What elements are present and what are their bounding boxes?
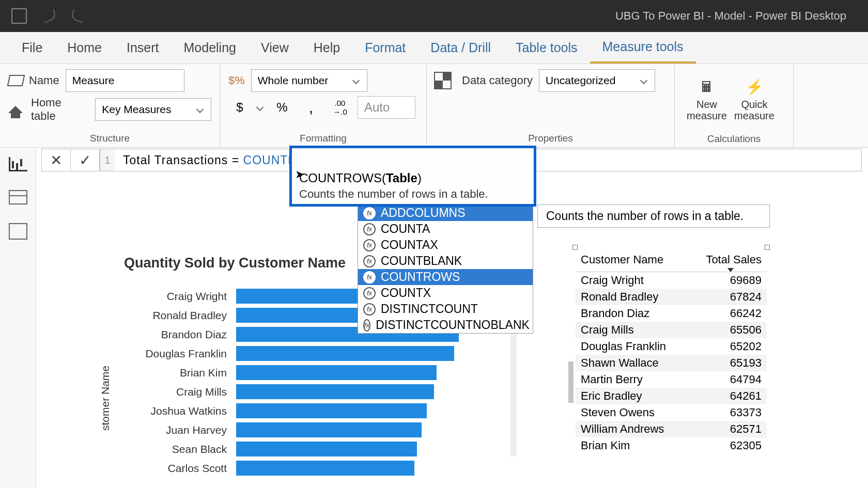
sort-descending-icon bbox=[727, 268, 734, 272]
save-icon[interactable] bbox=[11, 8, 27, 24]
format-icon: $% bbox=[228, 74, 245, 87]
group-label-structure: Structure bbox=[8, 130, 211, 144]
cell-sales: 62571 bbox=[694, 421, 767, 437]
tab-measure-tools[interactable]: Measure tools bbox=[590, 32, 696, 64]
home-table-label: Home table bbox=[8, 96, 89, 123]
data-category-select[interactable]: Uncategorized bbox=[539, 69, 655, 92]
column-customer-name[interactable]: Customer Name bbox=[576, 248, 694, 272]
tab-insert[interactable]: Insert bbox=[114, 32, 172, 64]
bar-row[interactable]: Craig Mills bbox=[110, 382, 513, 401]
cell-sales: 63373 bbox=[694, 404, 767, 421]
bar-row[interactable]: Juan Harvey bbox=[110, 420, 513, 439]
tab-modeling[interactable]: Modeling bbox=[172, 32, 249, 64]
bar-row[interactable]: Carlos Scott bbox=[110, 459, 513, 478]
function-icon: fx bbox=[363, 207, 376, 219]
new-measure-button[interactable]: 🖩 New measure bbox=[683, 69, 731, 130]
table-row[interactable]: Ronald Bradley67824 bbox=[576, 289, 767, 305]
comma-button[interactable]: , bbox=[300, 96, 322, 119]
intellisense-item[interactable]: fxCOUNTAX bbox=[358, 237, 533, 253]
redo-icon[interactable] bbox=[70, 9, 86, 23]
table-row[interactable]: Eric Bradley64261 bbox=[576, 388, 767, 404]
chevron-down-icon bbox=[196, 106, 204, 113]
tab-view[interactable]: View bbox=[249, 32, 301, 64]
tab-format[interactable]: Format bbox=[352, 32, 418, 64]
content-area: ✕ ✓ 1 Total Transactions = COUNTROWS( ➤ … bbox=[0, 149, 868, 488]
measure-name-input[interactable] bbox=[66, 69, 184, 92]
cell-sales: 62305 bbox=[694, 437, 767, 454]
commit-formula-button[interactable]: ✓ bbox=[71, 149, 100, 171]
table-row[interactable]: William Andrews62571 bbox=[576, 421, 767, 437]
bar-row[interactable]: Sean Black bbox=[110, 439, 513, 459]
percent-button[interactable]: % bbox=[271, 96, 293, 119]
cell-sales: 65506 bbox=[694, 322, 767, 338]
bar-row[interactable]: Joshua Watkins bbox=[110, 401, 513, 420]
report-view-icon[interactable] bbox=[9, 157, 27, 171]
format-type-select[interactable]: Whole number bbox=[251, 69, 367, 92]
cell-name: Craig Mills bbox=[576, 322, 694, 338]
group-label-calculations: Calculations bbox=[683, 130, 785, 145]
tag-icon bbox=[7, 75, 25, 86]
cancel-formula-button[interactable]: ✕ bbox=[42, 149, 71, 171]
model-view-icon[interactable] bbox=[9, 223, 27, 240]
tab-data-drill[interactable]: Data / Drill bbox=[418, 32, 503, 64]
bar-fill bbox=[236, 442, 417, 456]
table-row[interactable]: Craig Mills65506 bbox=[576, 322, 767, 338]
bar-label: Brandon Diaz bbox=[110, 328, 236, 341]
table-row[interactable]: Brian Kim62305 bbox=[576, 437, 767, 454]
table-visual[interactable]: Customer Name Total Sales Craig Wright69… bbox=[576, 248, 767, 454]
cell-name: Ronald Bradley bbox=[576, 289, 694, 305]
intellisense-dropdown[interactable]: fxADDCOLUMNSfxCOUNTAfxCOUNTAXfxCOUNTBLAN… bbox=[358, 204, 533, 334]
table-row[interactable]: Shawn Wallace65193 bbox=[576, 355, 767, 371]
bar-row[interactable]: Douglas Franklin bbox=[110, 344, 513, 363]
intellisense-item[interactable]: fxADDCOLUMNS bbox=[358, 205, 533, 221]
table-row[interactable]: Steven Owens63373 bbox=[576, 404, 767, 421]
bar-label: Sean Black bbox=[110, 443, 236, 455]
decimals-button[interactable]: .00→.0 bbox=[329, 96, 351, 119]
bar-label: Ronald Bradley bbox=[110, 309, 236, 322]
table-row[interactable]: Martin Berry64794 bbox=[576, 371, 767, 388]
chevron-down-icon[interactable] bbox=[256, 104, 264, 111]
tab-file[interactable]: File bbox=[9, 32, 55, 64]
ribbon-group-formatting: $% Whole number $ % , .00→.0 Auto Format… bbox=[220, 64, 427, 147]
table-scrollbar[interactable] bbox=[568, 361, 574, 403]
undo-icon[interactable] bbox=[41, 9, 57, 23]
table-row[interactable]: Craig Wright69689 bbox=[576, 272, 767, 289]
quick-measure-button[interactable]: ⚡ Quick measure bbox=[731, 69, 778, 130]
intellisense-item[interactable]: fxCOUNTX bbox=[358, 285, 533, 301]
intellisense-item[interactable]: fxDISTINCTCOUNT bbox=[358, 301, 533, 317]
currency-button[interactable]: $ bbox=[228, 96, 251, 119]
cell-name: Brandon Diaz bbox=[576, 305, 694, 322]
cell-sales: 69689 bbox=[694, 272, 767, 289]
group-label-properties: Properties bbox=[435, 130, 666, 144]
tab-home[interactable]: Home bbox=[55, 32, 114, 64]
report-canvas[interactable]: ✕ ✓ 1 Total Transactions = COUNTROWS( ➤ … bbox=[36, 149, 868, 488]
cell-sales: 67824 bbox=[694, 289, 767, 305]
bar-label: Brian Kim bbox=[110, 367, 236, 379]
resize-handle[interactable] bbox=[572, 245, 578, 250]
ribbon-tabs: File Home Insert Modeling View Help Form… bbox=[0, 32, 868, 64]
cell-name: Craig Wright bbox=[576, 272, 694, 289]
bar-fill bbox=[236, 403, 427, 418]
table-row[interactable]: Douglas Franklin65202 bbox=[576, 338, 767, 355]
bar-fill bbox=[236, 461, 414, 476]
name-label: Name bbox=[8, 74, 59, 87]
home-table-select[interactable]: Key Measures bbox=[95, 98, 211, 121]
quick-measure-icon: ⚡ bbox=[746, 78, 764, 96]
cell-name: Shawn Wallace bbox=[576, 355, 694, 371]
tab-help[interactable]: Help bbox=[301, 32, 352, 64]
bar-label: Craig Mills bbox=[110, 386, 236, 398]
bar-row[interactable]: Brian Kim bbox=[110, 363, 513, 382]
column-total-sales[interactable]: Total Sales bbox=[694, 248, 767, 272]
bar-label: Joshua Watkins bbox=[110, 405, 236, 417]
bar-fill bbox=[236, 365, 437, 380]
decimal-places-input[interactable]: Auto bbox=[358, 96, 415, 119]
data-view-icon[interactable] bbox=[9, 190, 27, 204]
calculator-icon: 🖩 bbox=[700, 78, 714, 96]
table-row[interactable]: Brandon Diaz66242 bbox=[576, 305, 767, 322]
cell-sales: 65193 bbox=[694, 355, 767, 371]
intellisense-item[interactable]: fxCOUNTROWS bbox=[358, 269, 533, 285]
intellisense-item[interactable]: fxCOUNTA bbox=[358, 221, 533, 237]
tab-table-tools[interactable]: Table tools bbox=[503, 32, 590, 64]
intellisense-item[interactable]: fxCOUNTBLANK bbox=[358, 253, 533, 269]
intellisense-item[interactable]: fxDISTINCTCOUNTNOBLANK bbox=[358, 317, 533, 333]
